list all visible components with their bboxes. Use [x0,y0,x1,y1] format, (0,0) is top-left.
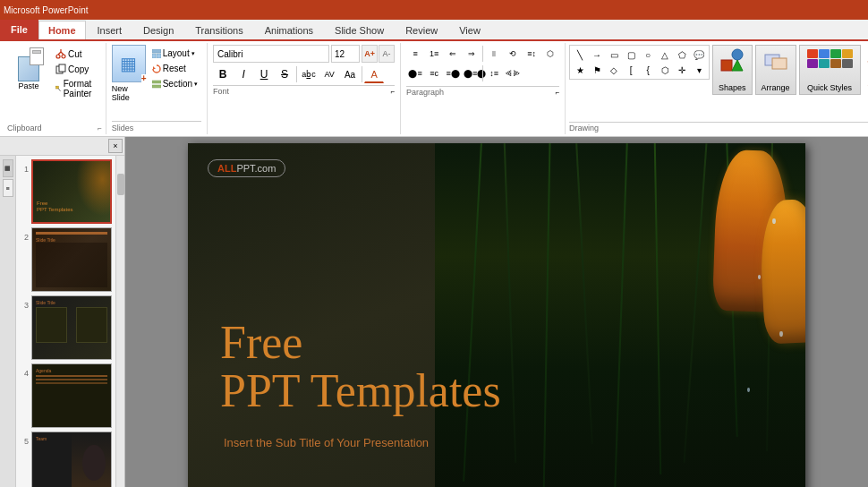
justify-button[interactable]: ⬤≡⬤ [463,64,481,82]
shape-circle[interactable]: ○ [640,47,656,62]
tab-home[interactable]: Home [38,21,86,39]
format-painter-button[interactable]: Format Painter [52,77,100,100]
new-slide-button[interactable]: ▦ + New Slide [112,45,146,121]
slides-panel-close[interactable]: × [108,139,123,153]
tab-design[interactable]: Design [133,21,183,39]
align-left-button[interactable]: ⬤≡ [406,64,424,82]
slide-thumb-3[interactable]: 3 Slide Title [20,295,112,360]
title-bar: Microsoft PowerPoint [0,0,868,20]
slide-preview-3[interactable]: Slide Title [31,295,112,360]
underline-button[interactable]: U [254,65,274,83]
slide-num-2: 2 [20,233,29,242]
shape-star[interactable]: ★ [572,63,588,77]
tab-review[interactable]: Review [396,21,447,39]
numbering-button[interactable]: 1≡ [425,45,443,63]
line-spacing-button[interactable]: ↕≡ [485,64,503,82]
slides-group: ▦ + New Slide Layout ▾ [106,43,208,134]
shape-diamond[interactable]: ◇ [606,63,622,77]
font-group-label: Font [213,87,229,96]
font-color-button[interactable]: A [364,65,384,83]
bullets-button[interactable]: ≡ [406,45,424,63]
flower-area [435,143,805,487]
canvas-area: ALLPPT.com Free PPT Templates Insert the… [125,137,868,487]
align-center-button[interactable]: ≡c [425,64,443,82]
increase-font-button[interactable]: A+ [362,45,378,63]
slide-view-tab[interactable]: ▦ [3,159,13,177]
tab-animations[interactable]: Animations [255,21,323,39]
panel-scroll-thumb[interactable] [117,174,124,195]
decrease-indent-button[interactable]: ⇐ [444,45,462,63]
tab-view[interactable]: View [449,21,490,39]
slide-preview-2[interactable]: Slide Title [31,227,112,292]
shape-callout[interactable]: 💬 [691,47,707,62]
cut-button[interactable]: Cut [52,47,100,61]
shape-pentagon[interactable]: ⬠ [674,47,690,62]
slide-preview-5[interactable]: Team [31,431,112,487]
tab-slideshow[interactable]: Slide Show [325,21,394,39]
reset-button[interactable]: Reset [149,62,201,75]
decrease-font-button[interactable]: A- [379,45,395,63]
slide-preview-4[interactable]: Agenda [31,363,112,428]
shape-fill-button[interactable]: Shape Fill ▾ [864,47,868,70]
outline-view-tab[interactable]: ≡ [3,179,13,197]
shape-rect[interactable]: ▭ [606,47,622,62]
svg-marker-12 [153,66,156,69]
change-case-button[interactable]: Aa [340,65,360,83]
shapes-button[interactable]: Shapes [712,45,753,95]
align-right-button[interactable]: ≡⬤ [444,64,462,82]
shape-line[interactable]: ╲ [572,47,588,62]
column-button[interactable]: ⫴ [485,45,503,63]
svg-marker-17 [732,60,743,71]
paste-button[interactable]: Paste [7,45,50,124]
columns-button[interactable]: ⫷⫸ [504,64,522,82]
paragraph-dialog-launcher[interactable]: ⌐ [555,89,559,97]
shape-triangle[interactable]: △ [657,47,673,62]
font-size-input[interactable] [331,45,360,63]
slide-preview-1[interactable]: Free PPT Templates [31,159,112,224]
tab-insert[interactable]: Insert [88,21,132,39]
new-slide-label: New Slide [112,84,146,102]
shape-cross[interactable]: ✛ [674,63,690,77]
font-group: A+ A- B I U S ab̲c AV Aa A Font ⌐ [208,43,401,134]
shape-arrow[interactable]: → [589,47,605,62]
shape-brace[interactable]: { [640,63,656,77]
char-spacing-button[interactable]: AV [319,65,339,83]
paragraph-group-label: Paragraph [406,88,444,97]
clipboard-group: Paste Cut [4,43,106,134]
shape-effects-button[interactable]: Shape Effects ▾ [864,98,868,122]
shape-bracket[interactable]: [ [623,63,639,77]
strikethrough-button[interactable]: S [275,65,294,83]
text-shadow-button[interactable]: ab̲c [299,65,319,83]
main-slide[interactable]: ALLPPT.com Free PPT Templates Insert the… [188,143,805,487]
tab-transitions[interactable]: Transitions [185,21,252,39]
align-text-button[interactable]: ≡↕ [523,45,540,63]
font-name-input[interactable] [213,45,329,63]
italic-button[interactable]: I [234,65,253,83]
slide-thumb-4[interactable]: 4 Agenda [20,363,112,428]
layout-button[interactable]: Layout ▾ [149,47,201,60]
arrange-button[interactable]: Arrange [755,45,796,95]
main-area: × ▦ ≡ 1 Free PPT Template [0,137,868,487]
shape-outline-button[interactable]: Shape Outline ▾ [864,73,868,96]
font-dialog-launcher[interactable]: ⌐ [390,88,395,96]
slide-thumb-2[interactable]: 2 Slide Title [20,227,112,292]
section-button[interactable]: Section ▾ [149,77,201,90]
file-tab[interactable]: File [0,20,38,39]
slide-thumb-5[interactable]: 5 Team [20,431,112,487]
shape-hexagon[interactable]: ⬡ [657,63,673,77]
clipboard-dialog-launcher[interactable]: ⌐ [98,124,102,132]
slide-thumb-1[interactable]: 1 Free PPT Templates [20,159,112,224]
increase-indent-button[interactable]: ⇒ [463,45,481,63]
shape-rounded-rect[interactable]: ▢ [623,47,639,62]
shape-more[interactable]: ▾ [691,63,707,77]
paste-label: Paste [18,81,38,90]
copy-label: Copy [68,64,89,74]
shape-banner[interactable]: ⚑ [589,63,605,77]
text-direction-button[interactable]: ⟲ [504,45,522,63]
convert-smartart-button[interactable]: ⬡ [541,45,559,63]
copy-button[interactable]: Copy [52,62,100,76]
svg-point-1 [62,55,65,58]
panel-scrollbar[interactable] [115,156,124,487]
bold-button[interactable]: B [213,65,233,83]
quick-styles-button[interactable]: Quick Styles [799,45,861,95]
